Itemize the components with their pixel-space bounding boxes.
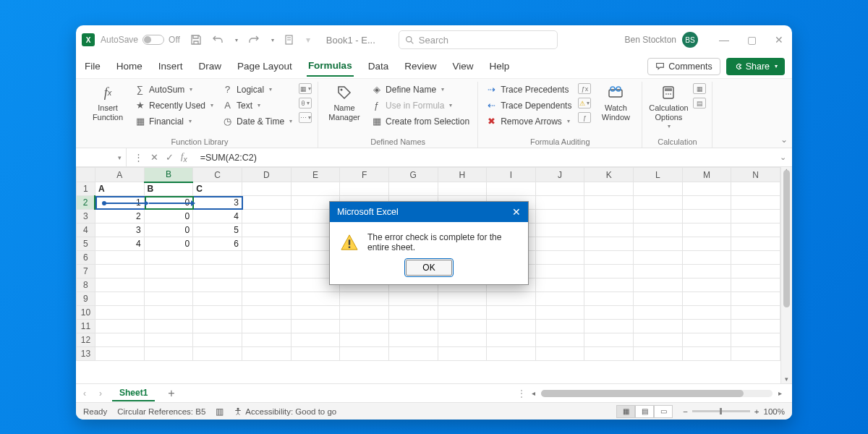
cell[interactable] [291,182,340,196]
cell[interactable] [95,265,144,278]
column-header[interactable]: F [340,168,389,182]
cell[interactable] [193,265,242,278]
calculate-sheet-button[interactable]: ▤ [693,98,706,109]
cell[interactable] [584,210,634,224]
cell[interactable] [242,347,291,361]
cell[interactable] [682,306,731,320]
fx-icon[interactable]: fx [181,151,187,163]
cell[interactable] [731,333,780,347]
cell[interactable] [340,292,389,306]
cell[interactable] [193,306,242,320]
sheet-tab[interactable]: Sheet1 [112,386,155,401]
cell[interactable] [95,320,144,333]
cell[interactable] [634,333,683,347]
comments-button[interactable]: Comments [647,58,720,75]
cell[interactable] [584,182,634,196]
cell[interactable]: 6 [193,237,242,251]
cell[interactable] [535,210,584,224]
cell[interactable] [682,347,731,361]
row-header[interactable]: 7 [77,265,95,278]
create-from-selection-button[interactable]: ▦Create from Selection [369,115,472,127]
tab-data[interactable]: Data [367,56,391,76]
cell[interactable] [682,333,731,347]
cell[interactable] [731,237,780,251]
cell[interactable] [487,347,536,361]
define-name-button[interactable]: ◈Define Name▾ [369,83,472,95]
tab-view[interactable]: View [451,56,475,76]
cell[interactable] [535,196,584,210]
cell[interactable] [584,292,634,306]
cell[interactable] [584,265,634,278]
cell[interactable] [340,182,389,196]
cell[interactable] [682,251,731,265]
cell[interactable] [438,306,487,320]
cell[interactable] [682,224,731,237]
cell[interactable] [242,306,291,320]
cell[interactable] [682,292,731,306]
chevron-down-icon[interactable]: ▾ [235,37,238,43]
redo-icon[interactable] [248,34,260,46]
scroll-left-icon[interactable]: ◂ [529,389,538,397]
cell[interactable] [634,224,683,237]
cell[interactable] [291,347,340,361]
cell[interactable] [731,196,780,210]
cell[interactable] [731,347,780,361]
column-header[interactable]: B [144,168,193,182]
cell[interactable]: 0 [144,210,193,224]
tab-formulas[interactable]: Formulas [307,56,354,77]
scroll-down-icon[interactable]: ▾ [781,375,792,383]
collapse-ribbon-button[interactable]: ⌄ [780,135,788,145]
zoom-slider[interactable] [692,410,750,412]
cell[interactable] [340,306,389,320]
row-header[interactable]: 4 [77,224,95,237]
cell[interactable] [535,237,584,251]
qat-more-icon[interactable] [284,34,296,46]
cell[interactable] [242,251,291,265]
cell[interactable] [95,292,144,306]
cell[interactable] [340,333,389,347]
share-button[interactable]: Share ▾ [726,58,785,75]
row-header[interactable]: 12 [77,333,95,347]
namebox-menu-icon[interactable]: ⋮ [134,152,143,163]
row-header[interactable]: 3 [77,210,95,224]
ok-button[interactable]: OK [406,260,451,276]
column-header[interactable]: H [438,168,487,182]
column-header[interactable]: J [535,168,584,182]
cell[interactable] [634,292,683,306]
watch-window-button[interactable]: Watch Window [595,83,636,122]
insert-function-button[interactable]: fx Insert Function [88,83,128,122]
cell[interactable] [535,306,584,320]
page-layout-view-button[interactable]: ▤ [635,405,654,418]
column-header[interactable]: I [487,168,536,182]
cell[interactable] [95,278,144,292]
cell[interactable] [682,237,731,251]
expand-formula-bar-icon[interactable]: ⌄ [780,153,786,162]
tab-page-layout[interactable]: Page Layout [236,56,294,76]
cell[interactable] [242,224,291,237]
sheet-nav-next[interactable]: › [96,388,105,399]
autosave-toggle[interactable]: AutoSave Off [101,35,180,45]
cell[interactable] [584,333,634,347]
tab-help[interactable]: Help [488,56,511,76]
cell[interactable] [291,306,340,320]
cell[interactable] [535,347,584,361]
remove-arrows-button[interactable]: ✖Remove Arrows▾ [484,115,574,127]
formula-input[interactable]: =SUM(A2:C2) [195,153,792,163]
dialog-close-button[interactable]: ✕ [512,206,521,218]
row-header[interactable]: 13 [77,347,95,361]
cell[interactable] [95,251,144,265]
cell[interactable] [291,292,340,306]
row-header[interactable]: 6 [77,251,95,265]
cell[interactable] [682,278,731,292]
cell[interactable] [193,333,242,347]
chevron-down-icon[interactable]: ▾ [271,37,274,43]
zoom-level[interactable]: 100% [764,407,785,416]
row-header[interactable]: 5 [77,237,95,251]
cell[interactable] [95,333,144,347]
row-header[interactable]: 11 [77,320,95,333]
cell[interactable]: 0 [144,237,193,251]
cell[interactable] [487,333,536,347]
name-box[interactable] [76,148,127,166]
column-header[interactable]: A [95,168,144,182]
cell[interactable] [144,320,193,333]
